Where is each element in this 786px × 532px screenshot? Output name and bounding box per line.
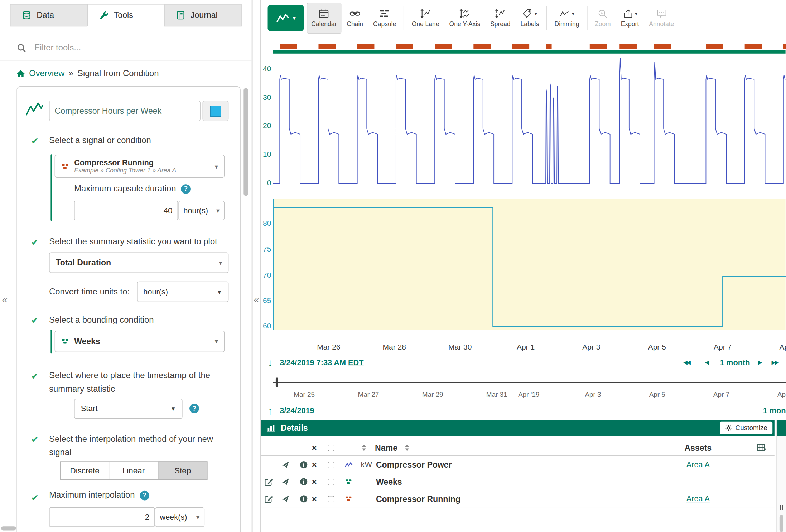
right-panel-splitter[interactable]	[776, 420, 786, 532]
row-checkbox[interactable]	[328, 496, 334, 502]
statistic-select[interactable]: Total Duration ▾	[49, 253, 228, 273]
rocket-icon[interactable]	[282, 461, 290, 469]
step-backward-button[interactable]: ◀	[705, 359, 709, 366]
panel-splitter[interactable]: «	[253, 0, 261, 532]
help-icon[interactable]: ?	[181, 184, 191, 194]
collapse-left-edge-handle[interactable]: «	[2, 294, 8, 304]
interpolation-linear-button[interactable]: Linear	[109, 461, 159, 480]
row-checkbox[interactable]	[328, 462, 334, 468]
axis-tick: 10	[261, 150, 271, 158]
max-interpolation-unit-select[interactable]: week(s) ▾	[155, 507, 205, 527]
toolbar-dimming-button[interactable]: ▾ Dimming	[550, 3, 584, 34]
chevron-down-icon: ▾	[215, 162, 218, 170]
row-checkbox[interactable]	[328, 479, 334, 485]
splitter-grip[interactable]	[782, 505, 783, 510]
table-row-compressor-running[interactable]: × Compressor Running Area A	[261, 490, 775, 507]
color-picker-button[interactable]	[203, 101, 229, 121]
tab-journal[interactable]: Journal	[164, 4, 242, 26]
step-forward-button[interactable]: ▶	[758, 359, 762, 366]
name-column-header[interactable]: Name	[375, 440, 397, 456]
remove-item-icon[interactable]: ×	[312, 490, 317, 507]
fast-forward-button[interactable]: ▶▶	[771, 359, 778, 366]
trend-chart[interactable]	[261, 0, 786, 356]
bounding-condition-select[interactable]: Weeks ▾	[55, 331, 225, 352]
convert-units-value: hour(s)	[143, 287, 168, 296]
tab-tools[interactable]: Tools	[87, 4, 165, 26]
axis-tick: 20	[261, 121, 271, 130]
axis-tick: 65	[261, 296, 271, 304]
select-all-checkbox[interactable]	[328, 444, 334, 451]
timestamp-placement-select[interactable]: Start ▼	[74, 399, 182, 419]
interpolation-step-button[interactable]: Step	[158, 461, 208, 480]
table-row-compressor-power[interactable]: × kW Compressor Power Area A	[261, 456, 775, 473]
toolbar-capsule-button[interactable]: Capsule	[368, 3, 400, 34]
sort-icon[interactable]	[404, 444, 410, 452]
sort-icon[interactable]	[361, 444, 367, 452]
toolbar-labels-button[interactable]: ▾ Labels	[516, 3, 544, 34]
result-name-input[interactable]	[49, 101, 201, 121]
toolbar-one-lane-button[interactable]: One Lane	[407, 3, 444, 34]
condition-capsules-icon	[61, 162, 69, 170]
collapse-sidebar-handle[interactable]: «	[254, 294, 259, 304]
rocket-icon[interactable]	[282, 495, 290, 503]
sidebar-scrollbar-thumb[interactable]	[243, 88, 248, 196]
zoom-icon	[598, 9, 608, 19]
toolbar-spread-button[interactable]: Spread	[486, 3, 515, 34]
axis-tick: 75	[261, 244, 271, 253]
toolbar-export-button[interactable]: ▾ Export	[616, 3, 643, 34]
convert-units-select[interactable]: hour(s) ▼	[137, 282, 228, 302]
table-row-weeks[interactable]: × Weeks	[261, 473, 775, 490]
info-icon[interactable]	[300, 495, 308, 503]
breadcrumb-separator: »	[69, 69, 73, 79]
investigate-range-duration[interactable]: 1 month	[763, 406, 786, 415]
axis-tick: Apr 7	[705, 343, 740, 351]
breadcrumb-overview-link[interactable]: Overview	[29, 69, 64, 79]
max-capsule-duration-input[interactable]	[74, 201, 178, 220]
toolbar-calendar-button[interactable]: Calendar	[307, 3, 341, 34]
interpolation-discrete-button[interactable]: Discrete	[60, 461, 109, 480]
column-chooser-icon[interactable]	[757, 444, 766, 452]
customize-button[interactable]: Customize	[720, 422, 772, 434]
tab-tools-label: Tools	[114, 10, 133, 20]
splitter-grip[interactable]	[780, 505, 781, 510]
remove-all-icon[interactable]: ×	[312, 440, 317, 456]
remove-item-icon[interactable]: ×	[312, 456, 317, 473]
help-icon[interactable]: ?	[189, 404, 199, 413]
max-capsule-duration-unit-select[interactable]: hour(s) ▾	[178, 201, 225, 220]
edit-icon[interactable]	[265, 478, 273, 486]
tab-data[interactable]: Data	[10, 4, 87, 26]
asset-link[interactable]: Area A	[686, 494, 710, 503]
right-scrollbar-thumb[interactable]	[780, 515, 783, 532]
timezone-link[interactable]: EDT	[348, 358, 363, 367]
signal-condition-select[interactable]: Compressor Running Example » Cooling Tow…	[55, 155, 225, 178]
sidebar-hscrollbar-thumb[interactable]	[1, 526, 16, 530]
remove-item-icon[interactable]: ×	[312, 473, 317, 490]
axis-tick: Apr 9	[768, 391, 786, 398]
duration-button[interactable]: 1 month	[717, 358, 753, 367]
investigate-range-date[interactable]: 3/24/2019	[280, 406, 314, 415]
display-range-start[interactable]: 3/24/2019 7:33 AM EDT	[280, 358, 363, 367]
assets-column-header[interactable]: Assets	[672, 440, 724, 456]
one-y-axis-icon	[459, 9, 470, 19]
time-scrubber-handle[interactable]	[276, 378, 278, 387]
chevron-down-icon: ▼	[217, 289, 222, 295]
chain-icon	[349, 9, 361, 19]
filter-tools-row	[16, 39, 237, 57]
info-icon[interactable]	[300, 478, 308, 485]
details-panel-header: Details	[261, 420, 775, 436]
home-icon[interactable]	[16, 69, 25, 78]
toolbar-chain-button[interactable]: Chain	[342, 3, 368, 34]
axis-tick: Mar 27	[351, 391, 386, 398]
rocket-icon[interactable]	[282, 478, 290, 485]
worksheet-view-selector-button[interactable]: ▾	[268, 5, 304, 31]
filter-tools-input[interactable]	[34, 43, 214, 54]
labels-tag-icon	[522, 9, 533, 19]
asset-link[interactable]: Area A	[686, 460, 710, 469]
max-interpolation-input[interactable]	[49, 507, 155, 527]
help-icon[interactable]: ?	[140, 490, 150, 500]
fast-backward-button[interactable]: ◀◀	[683, 359, 690, 366]
info-icon[interactable]	[300, 461, 308, 469]
toolbar-one-y-axis-button[interactable]: One Y-Axis	[445, 3, 485, 34]
time-scrubber-track[interactable]	[273, 382, 786, 383]
edit-icon[interactable]	[265, 494, 273, 503]
